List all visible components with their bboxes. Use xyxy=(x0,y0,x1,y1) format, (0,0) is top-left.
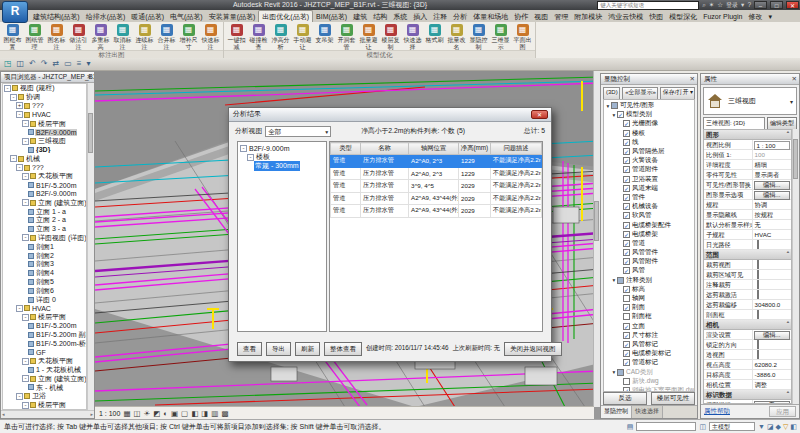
property-section-标识数据[interactable]: 标识数据ˆ xyxy=(704,390,791,400)
tree-expander-icon[interactable]: - xyxy=(240,145,247,152)
tree-item-视图 (规程)[interactable]: -视图 (规程) xyxy=(3,84,86,93)
checkbox-unchecked[interactable] xyxy=(623,313,630,320)
checkbox-checked[interactable] xyxy=(623,350,630,357)
ribbon-button-多重标高[interactable]: ▦多重标高 xyxy=(90,23,111,50)
tree-expander-icon[interactable]: - xyxy=(22,402,29,409)
scroll-thumb[interactable] xyxy=(88,113,93,153)
tree-expander-icon[interactable]: - xyxy=(16,305,23,312)
plugin-icon[interactable]: ◳ xyxy=(4,58,12,70)
property-edit-button[interactable]: 编辑... xyxy=(754,191,791,200)
type-selector[interactable]: 三维视图 ▾ xyxy=(703,87,797,115)
checkbox-partial[interactable] xyxy=(611,102,618,109)
favorites-icon[interactable]: ☆ xyxy=(717,1,723,9)
properties-help-link[interactable]: 属性帮助 xyxy=(704,407,730,416)
tree-expander-icon[interactable]: - xyxy=(22,120,29,127)
canvas-vertical-scrollbar[interactable] xyxy=(593,71,600,407)
dialog-close-button[interactable]: ✕ xyxy=(531,110,548,119)
tab-暖通(品茗)[interactable]: 暖通(品茗) xyxy=(128,11,167,22)
worksets-icon[interactable]: ▤ xyxy=(627,420,634,433)
design-option-combobox[interactable]: 主模型 xyxy=(709,422,755,431)
checkbox-checked[interactable] xyxy=(623,120,630,127)
column-header-类型[interactable]: 类型 xyxy=(331,143,361,155)
tree-item-楼层平面[interactable]: -楼层平面 xyxy=(3,313,86,322)
tab-系统[interactable]: 系统 xyxy=(390,11,410,22)
vis-category-管道标记[interactable]: 管道标记 xyxy=(604,358,694,367)
dialog-title-bar[interactable]: 分析结果 ✕ xyxy=(229,108,551,122)
tab-Fuzor Plugin[interactable]: Fuzor Plugin xyxy=(700,11,745,22)
analysis-view-combobox[interactable]: 全部 ▼ xyxy=(265,126,331,137)
vis-category-管道[interactable]: 管道 xyxy=(604,239,694,248)
tree-item-B1F/-5.200m[interactable]: B1F/-5.200m xyxy=(3,181,86,190)
ribbon-button-碰撞检查[interactable]: ▦碰撞检查 xyxy=(248,23,269,50)
checkbox-checked[interactable] xyxy=(623,286,630,293)
signin-button[interactable]: 登录 xyxy=(726,0,738,10)
tab-管理[interactable]: 管理 xyxy=(551,11,571,22)
dialog-button-刷新[interactable]: 刷新 xyxy=(295,342,320,356)
button-楼层可见性[interactable]: 楼层可见性 xyxy=(651,392,695,405)
vis-category-CAD类别[interactable]: ▾CAD类别 xyxy=(604,367,694,376)
checkbox-checked[interactable] xyxy=(623,139,630,146)
tree-expander-icon[interactable]: - xyxy=(16,393,23,400)
editing-requests-icon[interactable]: ◫ xyxy=(699,420,706,433)
properties-header[interactable]: 属性 ✕ xyxy=(701,74,799,85)
apply-button[interactable]: 应用 xyxy=(769,406,796,417)
property-edit-button[interactable]: 编辑... xyxy=(754,331,791,340)
property-section-范围[interactable]: 范围ˆ xyxy=(704,250,791,260)
tab-overflow-chevron-icon[interactable]: ▾ xyxy=(765,11,775,22)
checkbox-checked[interactable] xyxy=(623,130,630,137)
vis-category-尺寸标注[interactable]: 尺寸标注 xyxy=(604,331,694,340)
tree-expander-icon[interactable]: - xyxy=(22,314,29,321)
vis-category-卫浴装置[interactable]: 卫浴装置 xyxy=(604,175,694,184)
render-icon[interactable]: ◐ xyxy=(163,409,168,418)
vis-category-电缆桥架[interactable]: 电缆桥架 xyxy=(604,230,694,239)
minimize-button[interactable]: – xyxy=(754,1,767,9)
tab-附加模块[interactable]: 附加模块 xyxy=(571,11,605,22)
ribbon-button-净高分析[interactable]: ▦净高分析 xyxy=(270,23,291,50)
tab-电气(品茗)[interactable]: 电气(品茗) xyxy=(167,11,206,22)
vis-category-模型类别[interactable]: ▾模型类别 xyxy=(604,110,694,119)
tree-expander-icon[interactable]: - xyxy=(247,154,254,161)
checkbox-checked[interactable] xyxy=(623,240,630,247)
tab-BIM(品茗)[interactable]: BIM(品茗) xyxy=(313,11,350,22)
checkbox-checked[interactable] xyxy=(617,111,624,118)
save-icon[interactable]: ↶ xyxy=(29,58,36,70)
ribbon-button-做法引注[interactable]: ▦做法引注 xyxy=(68,23,89,50)
vis-category-火警设备[interactable]: 火警设备 xyxy=(604,156,694,165)
checkbox-checked[interactable] xyxy=(623,194,630,201)
vis-category-线[interactable]: 线 xyxy=(604,138,694,147)
checkbox-checked[interactable] xyxy=(623,157,630,164)
tree-expander-icon[interactable]: - xyxy=(22,234,29,241)
tree-item-???[interactable]: +??? xyxy=(3,102,86,111)
tab-结构[interactable]: 结构 xyxy=(370,11,390,22)
checkbox-checked[interactable] xyxy=(623,341,630,348)
vis-category-光栅图像[interactable]: 光栅图像 xyxy=(604,119,694,128)
open-icon[interactable]: ◫ xyxy=(17,58,25,70)
press-drag-icon[interactable]: ◆ xyxy=(776,420,781,433)
close-icon[interactable]: ✕ xyxy=(87,72,92,81)
tab-快图[interactable]: 快图 xyxy=(646,11,666,22)
vis-category-风管管件[interactable]: 风管管件 xyxy=(604,248,694,257)
tab-插入[interactable]: 插入 xyxy=(410,11,430,22)
property-edit-button[interactable]: 编辑... xyxy=(754,181,791,190)
ribbon-button-图纸管理[interactable]: ▦图纸管理 xyxy=(24,23,45,50)
user-interface-icon[interactable]: ▾ xyxy=(86,58,90,70)
switch-windows-icon[interactable]: ▭ xyxy=(64,58,72,70)
vis-category-标高[interactable]: 标高 xyxy=(604,285,694,294)
scroll-thumb[interactable] xyxy=(594,201,599,241)
ribbon-button-连续标注[interactable]: ▦连续标注 xyxy=(134,23,155,50)
selection-box-icon[interactable]: ▩ xyxy=(221,409,228,418)
vis-category-风管[interactable]: 风管 xyxy=(604,266,694,275)
lock-3d-icon[interactable]: ▥ xyxy=(211,409,218,418)
dialog-button-查看[interactable]: 查看 xyxy=(237,342,262,356)
vis-category-剖面框[interactable]: 剖面框 xyxy=(604,312,694,321)
vis-category-软风管[interactable]: 软风管 xyxy=(604,211,694,220)
application-menu-button[interactable]: R xyxy=(2,1,28,23)
measure-icon[interactable]: ≡ xyxy=(77,58,82,70)
checkbox-unchecked[interactable] xyxy=(757,240,759,249)
tree-expander-icon[interactable]: - xyxy=(22,358,29,365)
checkbox-checked[interactable] xyxy=(623,231,630,238)
ribbon-button-开洞套管[interactable]: ▦开洞套管 xyxy=(336,23,357,50)
ribbon-button-显隐控制[interactable]: ▦显隐控制 xyxy=(468,23,489,50)
tab-建筑结构(品茗)[interactable]: 建筑结构(品茗) xyxy=(30,11,83,22)
checkbox-checked[interactable] xyxy=(623,258,630,265)
